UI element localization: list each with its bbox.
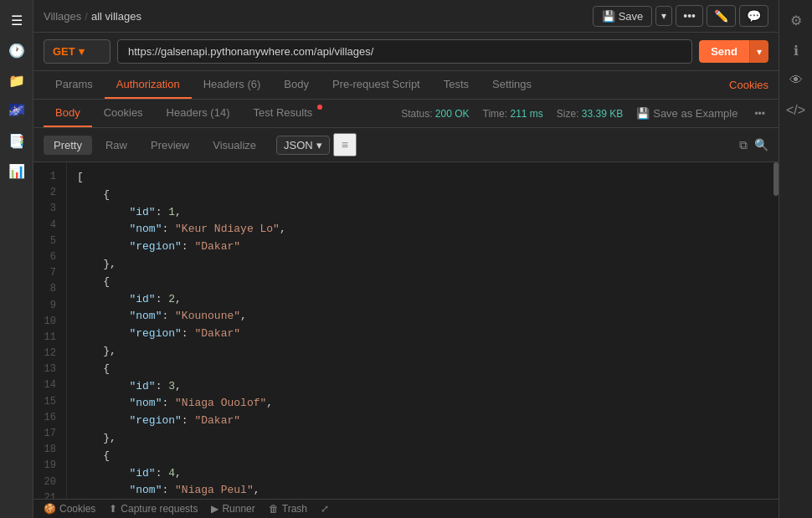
save-dropdown-button[interactable]: ▾ (655, 6, 672, 26)
url-input[interactable] (117, 39, 692, 64)
edit-icon-button[interactable]: ✏️ (707, 5, 736, 27)
time-label: Time: (483, 108, 508, 120)
response-tabs: Body Cookies Headers (14) Test Results S… (33, 100, 779, 128)
trash-icon: 🗑 (269, 503, 279, 515)
runner-label: Runner (222, 503, 254, 515)
view-raw-button[interactable]: Raw (95, 136, 137, 155)
status-trash[interactable]: 🗑 Trash (269, 503, 307, 515)
tab-authorization[interactable]: Authorization (105, 71, 192, 99)
size-value: 33.39 KB (582, 108, 623, 120)
toolbar-right: ⧉ 🔍 (739, 138, 768, 152)
resp-tab-cookies[interactable]: Cookies (92, 100, 155, 127)
method-chevron: ▾ (79, 45, 85, 58)
method-select[interactable]: GET ▾ (44, 39, 110, 64)
code-area[interactable]: 12345 678910 1112131415 1617181920 21 [ … (33, 162, 779, 499)
cookies-label: Cookies (59, 503, 95, 515)
resp-tab-headers[interactable]: Headers (14) (155, 100, 242, 127)
cookies-link[interactable]: Cookies (729, 79, 768, 91)
status-label: Status: (401, 108, 432, 120)
indent-button[interactable]: ≡ (333, 133, 357, 156)
tab-tests[interactable]: Tests (432, 71, 481, 99)
breadcrumb: Villages / all villages (44, 10, 586, 23)
request-bar: GET ▾ Send ▾ (33, 33, 779, 71)
send-button[interactable]: Send (699, 40, 749, 63)
tab-settings[interactable]: Settings (481, 71, 543, 99)
json-content: [ { "id": 1, "nom": "Keur Ndiaye Lo", "r… (67, 162, 779, 499)
sidebar-icon-mock[interactable]: 📑 (3, 127, 30, 154)
left-sidebar: ☰ 🕐 📁 🌌 📑 📊 (0, 0, 33, 518)
line-numbers: 12345 678910 1112131415 1617181920 21 (33, 162, 67, 499)
expand-icon: ⤢ (321, 503, 329, 515)
more-options-button[interactable]: ••• (676, 5, 703, 27)
sidebar-icon-collections[interactable]: 📁 (3, 67, 30, 94)
resp-tab-test-results[interactable]: Test Results (241, 100, 324, 127)
status-runner[interactable]: ▶ Runner (211, 503, 254, 515)
right-icon-code[interactable]: </> (783, 97, 809, 124)
view-pretty-button[interactable]: Pretty (44, 136, 92, 155)
scrollbar-handle[interactable] (773, 162, 779, 196)
tab-body[interactable]: Body (272, 71, 321, 99)
breadcrumb-separator: / (85, 10, 88, 23)
main-content: Villages / all villages 💾 Save ▾ ••• ✏️ … (33, 0, 779, 518)
right-sidebar: ⚙ ℹ 👁 </> (779, 0, 812, 518)
resp-tab-body[interactable]: Body (44, 100, 92, 127)
save-example-label: Save as Example (653, 107, 737, 120)
right-icon-info[interactable]: ℹ (783, 37, 809, 64)
capture-icon: ⬆ (109, 503, 117, 515)
request-tabs: Params Authorization Headers (6) Body Pr… (33, 71, 779, 100)
header-actions: 💾 Save ▾ ••• ✏️ 💬 (593, 5, 768, 27)
size-label: Size: (557, 108, 579, 120)
time-value: 211 ms (510, 108, 542, 120)
capture-label: Capture requests (121, 503, 198, 515)
save-label: Save (619, 10, 644, 23)
send-dropdown-button[interactable]: ▾ (749, 40, 768, 63)
test-results-badge (317, 105, 322, 110)
view-preview-button[interactable]: Preview (141, 136, 199, 155)
format-toolbar: Pretty Raw Preview Visualize JSON ▾ ≡ ⧉ … (33, 128, 779, 162)
trash-label: Trash (282, 503, 307, 515)
right-icon-settings[interactable]: ⚙ (783, 7, 809, 33)
search-icon[interactable]: 🔍 (754, 138, 768, 152)
resp-more-button[interactable]: ••• (751, 108, 768, 120)
runner-icon: ▶ (211, 503, 218, 515)
send-group: Send ▾ (699, 40, 768, 63)
sidebar-icon-history[interactable]: 🕐 (3, 37, 30, 64)
right-icon-eye[interactable]: 👁 (783, 67, 809, 94)
status-expand[interactable]: ⤢ (321, 503, 329, 515)
tab-pre-request[interactable]: Pre-request Script (321, 71, 432, 99)
view-visualize-button[interactable]: Visualize (203, 136, 266, 155)
header-bar: Villages / all villages 💾 Save ▾ ••• ✏️ … (33, 0, 779, 33)
method-label: GET (53, 45, 75, 58)
format-chevron: ▾ (316, 139, 322, 151)
copy-icon[interactable]: ⧉ (739, 138, 748, 152)
breadcrumb-current: all villages (91, 10, 141, 23)
status-value: 200 OK (435, 108, 470, 120)
sidebar-icon-monitor[interactable]: 📊 (3, 157, 30, 184)
status-cookies[interactable]: 🍪 Cookies (44, 503, 95, 515)
tab-headers[interactable]: Headers (6) (192, 71, 273, 99)
sidebar-icon-environments[interactable]: 🌌 (3, 97, 30, 124)
format-select[interactable]: JSON ▾ (276, 136, 330, 155)
cookies-icon: 🍪 (44, 503, 56, 515)
status-capture[interactable]: ⬆ Capture requests (109, 503, 198, 515)
save-icon: 💾 (602, 10, 615, 23)
response-status: Status: 200 OK Time: 211 ms Size: 33.39 … (401, 107, 768, 120)
status-bar: 🍪 Cookies ⬆ Capture requests ▶ Runner 🗑 … (33, 499, 779, 518)
save-example-button[interactable]: 💾 Save as Example (636, 107, 737, 120)
save-button[interactable]: 💾 Save (593, 6, 653, 27)
format-label: JSON (284, 139, 313, 151)
save-icon-small: 💾 (636, 107, 650, 120)
tab-params[interactable]: Params (44, 71, 105, 99)
sidebar-icon-api[interactable]: ☰ (3, 7, 30, 33)
comment-icon-button[interactable]: 💬 (739, 5, 768, 27)
breadcrumb-parent[interactable]: Villages (44, 10, 81, 23)
